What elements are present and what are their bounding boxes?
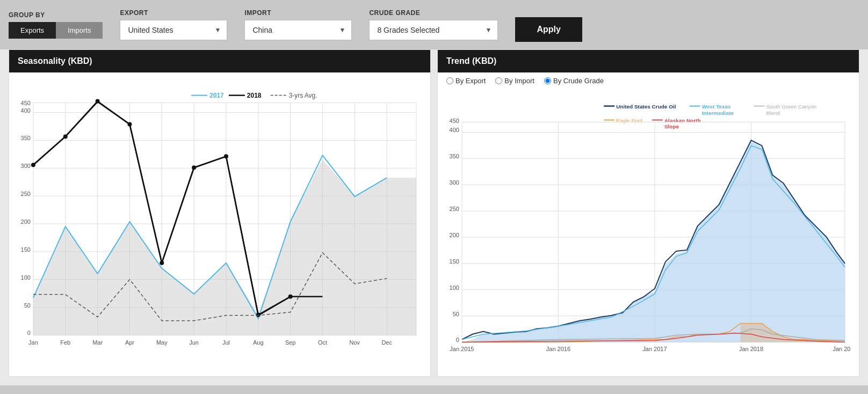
svg-text:Mar: Mar [92,339,103,346]
svg-text:300: 300 [21,163,31,169]
import-dropdown[interactable]: China [244,20,352,40]
export-label: EXPORT [120,9,227,17]
svg-point-53 [63,134,68,138]
svg-text:2017: 2017 [209,92,224,99]
svg-point-60 [288,295,293,299]
svg-text:Blend: Blend [766,110,780,116]
svg-point-56 [160,261,164,265]
export-dropdown[interactable]: United States [120,20,227,40]
svg-point-58 [224,154,228,158]
svg-text:150: 150 [450,258,459,265]
svg-text:350: 350 [21,135,31,141]
seasonality-svg: 2017 2018 3-yrs Avg. 0 50 100 150 200 25… [15,78,422,357]
svg-text:Jan 2018: Jan 2018 [739,346,763,352]
svg-text:50: 50 [453,311,459,317]
svg-text:0: 0 [456,337,459,343]
svg-marker-51 [33,159,416,335]
svg-text:Feb: Feb [60,339,70,346]
svg-text:Oct: Oct [318,339,327,346]
seasonality-header: Seasonality (KBD) [9,50,430,72]
svg-text:100: 100 [450,284,459,291]
svg-text:200: 200 [21,218,31,225]
trend-header: Trend (KBD) [438,50,859,72]
export-dropdown-wrapper: United States ▼ [120,20,227,40]
top-bar: GROUP by Exports Imports EXPORT United S… [0,0,868,49]
svg-point-54 [96,99,100,104]
svg-text:Aug: Aug [253,339,264,346]
group-by-section: GROUP by Exports Imports [9,11,103,39]
svg-text:450: 450 [21,100,31,106]
trend-radio-group: By Export By Import By Crude Grade [438,72,859,85]
svg-text:United States Crude Oil: United States Crude Oil [616,104,676,110]
svg-point-52 [31,163,35,167]
import-dropdown-wrapper: China ▼ [244,20,352,40]
svg-text:100: 100 [21,274,31,281]
svg-text:2018: 2018 [247,92,262,99]
svg-text:Sep: Sep [285,339,296,346]
svg-text:200: 200 [450,232,459,238]
svg-text:50: 50 [24,302,31,309]
radio-by-export[interactable]: By Export [446,77,486,85]
svg-text:350: 350 [450,153,459,159]
svg-text:400: 400 [21,107,31,114]
svg-text:South Green Canyon: South Green Canyon [766,104,816,110]
group-toggle: Exports Imports [9,22,103,39]
svg-text:150: 150 [21,246,31,253]
svg-text:Jan 2019: Jan 2019 [833,346,850,352]
svg-text:3-yrs Avg.: 3-yrs Avg. [289,92,317,99]
svg-text:0: 0 [27,330,31,336]
group-by-label: GROUP by [9,11,103,19]
svg-text:Jun: Jun [189,339,199,346]
svg-marker-104 [462,141,845,342]
crude-grade-section: CRUDE GRADE 8 Grades Selected ▼ [369,9,498,40]
svg-point-55 [127,122,132,126]
svg-text:250: 250 [21,191,31,197]
svg-text:Jan 2016: Jan 2016 [546,346,570,352]
svg-text:Slope: Slope [664,123,679,129]
imports-button[interactable]: Imports [56,22,103,39]
radio-by-import-label: By Import [504,77,534,85]
svg-point-59 [256,313,261,317]
svg-text:Jan: Jan [28,339,38,346]
radio-by-export-label: By Export [455,77,486,85]
svg-text:West Texas: West Texas [702,104,731,110]
svg-text:Nov: Nov [350,339,360,346]
trend-body: United States Crude Oil West Texas Inter… [438,85,859,376]
svg-point-57 [192,165,196,170]
crude-grade-dropdown[interactable]: 8 Grades Selected [369,20,498,40]
svg-text:Dec: Dec [381,339,392,346]
seasonality-panel: Seasonality (KBD) 2017 2018 3-yrs Avg. 0… [9,49,431,377]
svg-text:Jan 2015: Jan 2015 [450,346,474,352]
svg-text:400: 400 [450,127,459,133]
seasonality-body: 2017 2018 3-yrs Avg. 0 50 100 150 200 25… [9,72,430,364]
radio-by-crude-grade-label: By Crude Grade [553,77,604,85]
apply-button[interactable]: Apply [515,17,582,42]
svg-text:300: 300 [450,179,459,186]
svg-text:Apr: Apr [125,339,134,346]
exports-button[interactable]: Exports [9,22,56,39]
svg-text:Jul: Jul [222,339,230,346]
trend-svg: United States Crude Oil West Texas Inter… [443,90,850,369]
crude-grade-label: CRUDE GRADE [369,9,498,17]
crude-grade-dropdown-wrapper: 8 Grades Selected ▼ [369,20,498,40]
export-section: EXPORT United States ▼ [120,9,227,40]
import-section: IMPORT China ▼ [244,9,352,40]
svg-text:May: May [156,339,168,346]
radio-by-crude-grade[interactable]: By Crude Grade [544,77,604,85]
svg-text:250: 250 [450,206,459,212]
svg-text:Intermediate: Intermediate [702,110,734,116]
trend-panel: Trend (KBD) By Export By Import By Crude… [437,49,859,377]
charts-container: Seasonality (KBD) 2017 2018 3-yrs Avg. 0… [0,49,868,385]
import-label: IMPORT [244,9,352,17]
svg-text:450: 450 [450,118,459,124]
svg-text:Jan 2017: Jan 2017 [642,346,667,352]
radio-by-import[interactable]: By Import [495,77,534,85]
